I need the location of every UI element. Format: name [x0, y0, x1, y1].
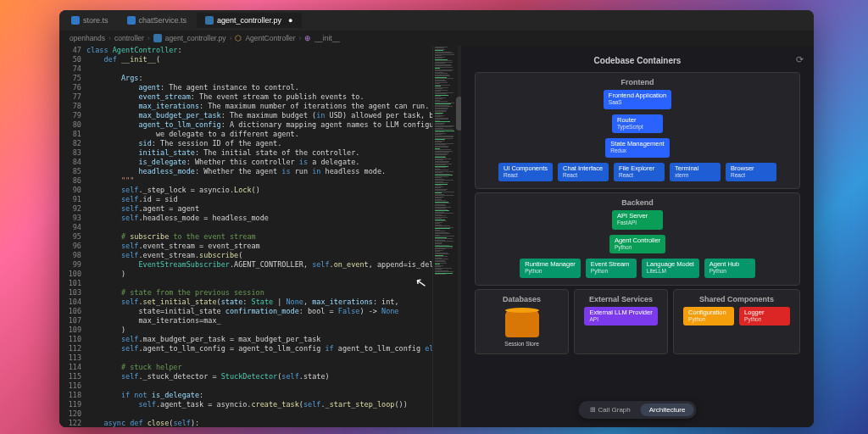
ts-icon	[71, 16, 80, 25]
diagram-title: Codebase Containers	[468, 53, 807, 69]
node-be[interactable]: Language ModelLiteLLM	[642, 259, 699, 278]
code-editor[interactable]: 47 50 74 75 76 77 78 79 80 81 82 83 84 8…	[59, 46, 432, 427]
node-be[interactable]: Event StreamPython	[586, 259, 637, 278]
bc-item[interactable]: controller	[114, 34, 144, 42]
node-fe[interactable]: UI ComponentsReact	[498, 163, 553, 182]
container-external: External Services External LLM ProviderA…	[574, 289, 668, 354]
ts-icon	[127, 16, 136, 25]
db-label: Session Store	[481, 341, 563, 347]
py-icon	[153, 34, 162, 42]
node-be[interactable]: Agent HubPython	[704, 259, 755, 278]
view-switcher: ⊞Call Graph Architecture	[579, 401, 697, 419]
modified-dot: ●	[288, 16, 292, 25]
tab-label: store.ts	[83, 16, 108, 25]
code-area[interactable]: class AgentController: def __init__( Arg…	[86, 46, 432, 427]
tab-chatservice[interactable]: chatService.ts	[119, 13, 196, 28]
node-shared[interactable]: LoggerPython	[739, 307, 790, 326]
container-backend: Backend API ServerFastAPI Agent Controll…	[475, 192, 800, 286]
ide-window: store.ts chatService.ts agent_controller…	[59, 10, 814, 427]
container-shared: Shared Components ConfigurationPythonLog…	[673, 289, 800, 354]
bc-item[interactable]: openhands	[70, 34, 105, 42]
bc-item[interactable]: AgentController	[245, 34, 295, 42]
node-fe[interactable]: Chat InterfaceReact	[558, 163, 609, 182]
node-fe[interactable]: Terminalxterm	[670, 163, 721, 182]
tab-agent-controller[interactable]: agent_controller.py●	[197, 13, 302, 28]
tab-store[interactable]: store.ts	[63, 13, 117, 28]
container-frontend: Frontend Frontend ApplicationSaaS Router…	[475, 72, 800, 189]
graph-icon: ⊞	[590, 406, 596, 414]
node-shared[interactable]: ConfigurationPython	[683, 307, 734, 326]
tab-label: chatService.ts	[139, 16, 187, 25]
bc-item[interactable]: agent_controller.py	[165, 34, 226, 42]
node-llm-provider[interactable]: External LLM ProviderAPI	[584, 307, 657, 326]
node-fe[interactable]: File ExplorerReact	[614, 163, 665, 182]
container-databases: Databases Session Store	[475, 289, 569, 354]
node-router[interactable]: RouterTypeScript	[612, 114, 663, 134]
container-title: Databases	[481, 293, 563, 307]
line-gutter: 47 50 74 75 76 77 78 79 80 81 82 83 84 8…	[59, 46, 86, 427]
node-session-store[interactable]	[505, 310, 539, 337]
pill-call-graph[interactable]: ⊞Call Graph	[581, 403, 639, 416]
node-frontend-app[interactable]: Frontend ApplicationSaaS	[604, 90, 671, 109]
node-state[interactable]: State ManagementRedux	[605, 138, 669, 158]
node-agent-controller[interactable]: Agent ControllerPython	[609, 235, 665, 254]
editor-split: 47 50 74 75 76 77 78 79 80 81 82 83 84 8…	[59, 46, 814, 427]
minimap[interactable]	[432, 46, 458, 427]
container-title: Backend	[481, 197, 794, 210]
node-be[interactable]: Runtime ManagerPython	[520, 259, 581, 278]
container-title: Frontend	[481, 76, 794, 90]
breadcrumb: openhands› controller› agent_controller.…	[59, 31, 814, 46]
tab-label: agent_controller.py	[217, 16, 281, 25]
pill-architecture[interactable]: Architecture	[641, 403, 694, 416]
node-fe[interactable]: BrowserReact	[726, 163, 776, 182]
bc-item[interactable]: __init__	[314, 34, 340, 42]
py-icon	[205, 16, 214, 25]
container-title: External Services	[580, 293, 662, 307]
tab-bar: store.ts chatService.ts agent_controller…	[59, 10, 814, 31]
node-api-server[interactable]: API ServerFastAPI	[612, 210, 663, 230]
refresh-icon[interactable]: ⟳	[796, 54, 804, 65]
architecture-diagram: Codebase Containers ⟳ Frontend Frontend …	[461, 46, 814, 427]
container-title: Shared Components	[679, 293, 794, 307]
